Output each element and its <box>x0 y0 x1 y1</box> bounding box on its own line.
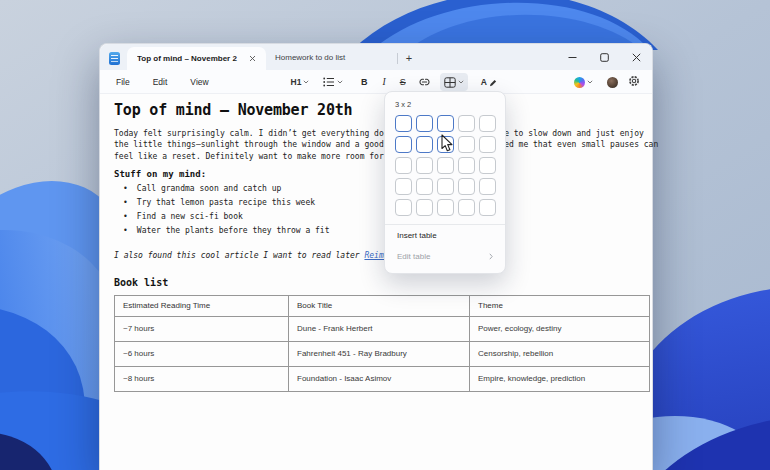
grid-cell-5x4[interactable] <box>479 178 496 195</box>
chevron-down-icon <box>303 80 309 84</box>
table-size-grid <box>395 115 495 216</box>
copilot-button[interactable] <box>570 73 597 91</box>
popup-size-label: 3 x 2 <box>395 100 495 109</box>
settings-button[interactable] <box>628 73 640 91</box>
link-icon <box>418 77 431 87</box>
grid-cell-3x3[interactable] <box>437 157 454 174</box>
menu-toolbar-row: File Edit View H1 <box>100 70 652 94</box>
maximize-button[interactable] <box>588 44 620 70</box>
grid-cell-2x4[interactable] <box>416 178 433 195</box>
copilot-icon <box>574 77 585 88</box>
gear-icon <box>628 75 640 87</box>
doc-title: Top of mind – November 20th <box>114 101 652 119</box>
edit-table-label: Edit table <box>397 252 430 261</box>
grid-cell-5x2[interactable] <box>479 136 496 153</box>
italic-button[interactable]: I <box>379 73 390 91</box>
menu-item-edit[interactable]: Edit <box>150 75 171 89</box>
tab-homework[interactable]: Homework to do list <box>266 47 397 70</box>
table-row: ~8 hours Foundation - Isaac Asimov Empir… <box>115 366 650 391</box>
menu-item-file[interactable]: File <box>113 75 133 89</box>
menu-bar: File Edit View <box>113 70 212 94</box>
table-cell[interactable]: ~6 hours <box>115 341 289 366</box>
insert-table-label: Insert table <box>397 231 437 240</box>
tab-top-of-mind[interactable]: Top of mind – November 2 <box>127 47 266 70</box>
table-icon <box>444 77 456 88</box>
grid-cell-1x1[interactable] <box>395 115 412 132</box>
grid-cell-5x5[interactable] <box>479 199 496 216</box>
account-avatar[interactable] <box>607 77 618 88</box>
bold-button[interactable]: B <box>357 73 372 91</box>
grid-cell-3x4[interactable] <box>437 178 454 195</box>
grid-cell-4x4[interactable] <box>458 178 475 195</box>
table-cell[interactable]: ~8 hours <box>115 366 289 391</box>
notepad-window: Top of mind – November 2 Homework to do … <box>99 43 653 470</box>
window-controls <box>556 44 652 70</box>
list-heading: Stuff on my mind: <box>114 169 652 179</box>
reading-table: Estimated Reading Time Book Title Theme … <box>114 295 650 392</box>
heading-style-button[interactable]: H1 <box>286 73 314 91</box>
link-button[interactable] <box>414 73 435 91</box>
grid-cell-3x1[interactable] <box>437 115 454 132</box>
grid-cell-1x3[interactable] <box>395 157 412 174</box>
menu-item-view[interactable]: View <box>187 75 211 89</box>
grid-cell-5x1[interactable] <box>479 115 496 132</box>
table-cell[interactable]: Foundation - Isaac Asimov <box>289 366 470 391</box>
grid-cell-4x3[interactable] <box>458 157 475 174</box>
rewrite-button[interactable]: A <box>477 73 501 91</box>
grid-cell-2x1[interactable] <box>416 115 433 132</box>
table-row: ~6 hours Fahrenheit 451 - Ray Bradbury C… <box>115 341 650 366</box>
grid-cell-2x5[interactable] <box>416 199 433 216</box>
paragraph-line: Today felt surprisingly calm. I didn’t g… <box>114 128 652 139</box>
paragraph-line: the little things—sunlight through the w… <box>114 139 652 150</box>
list-style-button[interactable] <box>318 73 348 91</box>
chevron-right-icon <box>489 253 493 260</box>
table-cell[interactable]: Empire, knowledge, prediction <box>470 366 650 391</box>
strikethrough-button[interactable]: S <box>396 73 410 91</box>
pencil-icon <box>489 78 497 87</box>
mouse-cursor <box>441 134 454 153</box>
table-cell[interactable]: Censorship, rebellion <box>470 341 650 366</box>
table-header-cell[interactable]: Estimated Reading Time <box>115 295 289 316</box>
chevron-down-icon <box>458 80 464 84</box>
note-text: I also found this cool article I want to… <box>114 251 364 260</box>
book-list-heading: Book list <box>114 277 652 288</box>
edit-table-item: Edit table <box>385 246 505 267</box>
toolbar-right-group <box>570 70 640 94</box>
grid-cell-2x3[interactable] <box>416 157 433 174</box>
table-cell[interactable]: Dune - Frank Herbert <box>289 316 470 341</box>
table-cell[interactable]: ~7 hours <box>115 316 289 341</box>
tab-bar: Top of mind – November 2 Homework to do … <box>100 44 652 70</box>
grid-cell-1x4[interactable] <box>395 178 412 195</box>
tab-label: Top of mind – November 2 <box>137 54 245 63</box>
table-cell[interactable]: Fahrenheit 451 - Ray Bradbury <box>289 341 470 366</box>
close-button[interactable] <box>620 44 652 70</box>
grid-cell-1x5[interactable] <box>395 199 412 216</box>
desktop: Top of mind – November 2 Homework to do … <box>0 0 770 470</box>
editor[interactable]: Top of mind – November 20th Today felt s… <box>100 94 652 470</box>
insert-table-item[interactable]: Insert table <box>385 225 505 246</box>
grid-cell-4x1[interactable] <box>458 115 475 132</box>
grid-cell-5x3[interactable] <box>479 157 496 174</box>
paragraph-line: feel like a reset. Definitely want to ma… <box>114 151 652 162</box>
grid-cell-1x2[interactable] <box>395 136 412 153</box>
chevron-down-icon <box>587 80 593 84</box>
tab-close-icon[interactable] <box>245 52 259 66</box>
table-header-row: Estimated Reading Time Book Title Theme <box>115 295 650 316</box>
grid-cell-2x2[interactable] <box>416 136 433 153</box>
table-header-cell[interactable]: Book Title <box>289 295 470 316</box>
table-cell[interactable]: Power, ecology, destiny <box>470 316 650 341</box>
table-row: ~7 hours Dune - Frank Herbert Power, eco… <box>115 316 650 341</box>
notepad-app-icon <box>109 52 120 65</box>
grid-cell-3x5[interactable] <box>437 199 454 216</box>
bullet-list-icon <box>323 77 335 87</box>
grid-cell-4x5[interactable] <box>458 199 475 216</box>
doc-paragraph: Today felt surprisingly calm. I didn’t g… <box>114 128 652 162</box>
table-button[interactable] <box>440 73 468 91</box>
tab-label: Homework to do list <box>275 53 345 62</box>
table-size-popup: 3 x 2 Insert table Edit table <box>384 91 506 274</box>
chevron-down-icon <box>337 80 343 84</box>
new-tab-button[interactable]: + <box>398 49 420 67</box>
grid-cell-4x2[interactable] <box>458 136 475 153</box>
table-header-cell[interactable]: Theme <box>470 295 650 316</box>
minimize-button[interactable] <box>556 44 588 70</box>
